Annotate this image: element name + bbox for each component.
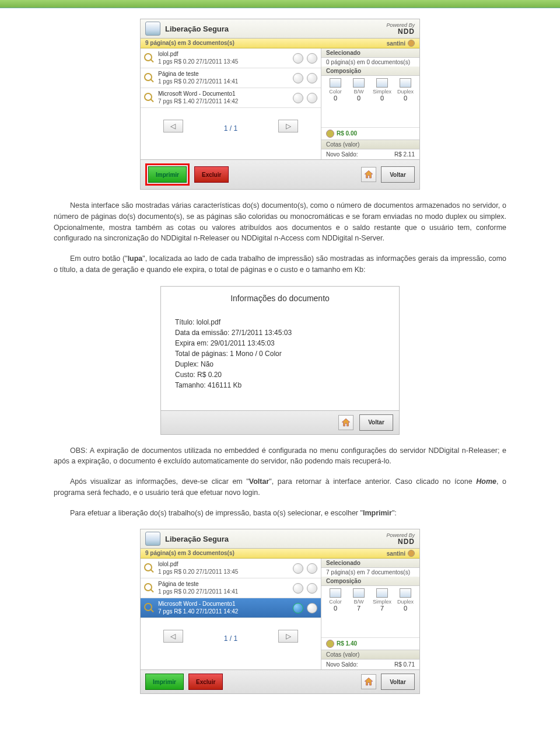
coin-icon bbox=[326, 640, 334, 648]
home-button[interactable] bbox=[361, 167, 376, 182]
saldo-row: Novo Saldo: R$ 0.71 bbox=[321, 660, 419, 669]
app-footer: Imprimir Excluir Voltar bbox=[141, 159, 419, 189]
composition-values: 0 7 7 0 bbox=[321, 605, 419, 614]
info-line: Total de páginas: 1 Mono / 0 Color bbox=[175, 348, 385, 359]
info-line: Duplex: Não bbox=[175, 359, 385, 369]
magnifier-icon[interactable] bbox=[144, 563, 155, 574]
info-line: Custo: R$ 0.20 bbox=[175, 369, 385, 380]
home-button[interactable] bbox=[338, 415, 354, 430]
magnifier-icon[interactable] bbox=[144, 583, 155, 594]
home-icon bbox=[341, 417, 351, 428]
info-line: Tamanho: 416111 Kb bbox=[175, 380, 385, 390]
select-toggle[interactable] bbox=[293, 53, 303, 64]
paragraph-4: Após visualizar as informações, deve-se … bbox=[54, 476, 506, 498]
selected-value: 0 página(s) em 0 documentos(s) bbox=[321, 58, 419, 67]
duplex-icon bbox=[400, 78, 411, 88]
select-toggle[interactable] bbox=[293, 563, 303, 574]
app-icon bbox=[145, 532, 160, 546]
magnifier-icon[interactable] bbox=[144, 53, 155, 64]
select-toggle[interactable] bbox=[307, 93, 317, 103]
brand-logo: Powered By NDD bbox=[386, 533, 415, 545]
imprimir-button[interactable]: Imprimir bbox=[148, 166, 187, 183]
doc-meta: 1 pgs R$ 0.20 27/1/2011 14:41 bbox=[158, 588, 289, 596]
select-toggle[interactable] bbox=[307, 583, 317, 594]
paragraph-1: Nesta interface são mostradas várias car… bbox=[54, 200, 506, 244]
select-toggle[interactable] bbox=[307, 563, 317, 574]
select-toggle[interactable] bbox=[307, 53, 317, 64]
select-toggle[interactable] bbox=[293, 93, 303, 103]
doc-name: Página de teste bbox=[158, 71, 289, 78]
color-icon bbox=[330, 588, 341, 598]
app-title: Liberação Segura bbox=[165, 25, 229, 33]
page-prev-button[interactable]: ◁ bbox=[163, 120, 183, 132]
document-row[interactable]: Página de teste 1 pgs R$ 0.20 27/1/2011 … bbox=[141, 68, 321, 88]
info-line: Data da emissão: 27/1/2011 13:45:03 bbox=[175, 327, 385, 338]
selected-label: Selecionado bbox=[321, 48, 419, 58]
select-toggle[interactable] bbox=[307, 603, 317, 613]
status-doc-count: 9 página(s) em 3 documentos(s) bbox=[145, 550, 235, 557]
imprimir-highlight: Imprimir bbox=[145, 163, 190, 186]
app-header: Liberação Segura Powered By NDD bbox=[141, 19, 419, 39]
voltar-button[interactable]: Voltar bbox=[359, 414, 393, 431]
dialog-body: Título: lolol.pdf Data da emissão: 27/1/… bbox=[161, 313, 399, 410]
app-title: Liberação Segura bbox=[165, 535, 229, 543]
status-bar: 9 página(s) em 3 documentos(s) santini bbox=[141, 549, 419, 559]
document-row-selected[interactable]: Microsoft Word - Documento1 7 pgs R$ 1.4… bbox=[141, 598, 321, 618]
page-accent-bar bbox=[0, 0, 560, 8]
composition-label: Composição bbox=[321, 67, 419, 76]
cotas-label: Cotas (valor) bbox=[321, 139, 419, 149]
release-app-screenshot-1: Liberação Segura Powered By NDD 9 página… bbox=[140, 19, 420, 190]
user-icon bbox=[408, 40, 415, 47]
coin-icon bbox=[326, 130, 334, 138]
voltar-button[interactable]: Voltar bbox=[381, 674, 415, 690]
paragraph-5: Para efetuar a liberação do(s) trabalho(… bbox=[54, 508, 506, 519]
home-button[interactable] bbox=[361, 674, 376, 689]
select-toggle[interactable] bbox=[307, 73, 317, 83]
page-next-button[interactable]: ▷ bbox=[278, 630, 298, 643]
dialog-footer: Voltar bbox=[161, 410, 399, 434]
document-list: lolol.pdf 1 pgs R$ 0.20 27/1/2011 13:45 … bbox=[141, 559, 321, 618]
page-prev-button[interactable]: ◁ bbox=[163, 630, 183, 643]
document-row[interactable]: lolol.pdf 1 pgs R$ 0.20 27/1/2011 13:45 bbox=[141, 48, 321, 68]
color-icon bbox=[330, 78, 341, 88]
saldo-row: Novo Saldo: R$ 2.11 bbox=[321, 149, 419, 159]
cotas-label: Cotas (valor) bbox=[321, 650, 419, 660]
selected-label: Selecionado bbox=[321, 559, 419, 568]
simplex-icon bbox=[376, 78, 388, 88]
document-row[interactable]: Microsoft Word - Documento1 7 pgs R$ 1.4… bbox=[141, 88, 321, 108]
composition-icons: Color B/W Simplex Duplex bbox=[321, 586, 419, 605]
doc-meta: 7 pgs R$ 1.40 27/1/2011 14:42 bbox=[158, 608, 289, 616]
document-row[interactable]: Página de teste 1 pgs R$ 0.20 27/1/2011 … bbox=[141, 578, 321, 598]
magnifier-icon[interactable] bbox=[144, 93, 155, 103]
excluir-button[interactable]: Excluir bbox=[194, 166, 229, 183]
paragraph-2: Em outro botão ("lupa", localizada ao la… bbox=[54, 253, 506, 275]
status-doc-count: 9 página(s) em 3 documentos(s) bbox=[145, 40, 235, 47]
excluir-button[interactable]: Excluir bbox=[188, 674, 223, 690]
page-indicator: 1 / 1 bbox=[224, 124, 237, 132]
doc-meta: 1 pgs R$ 0.20 27/1/2011 13:45 bbox=[158, 568, 289, 576]
paragraph-3: OBS: A expiração de documentos utilizada… bbox=[54, 445, 506, 468]
cash-row: R$ 0.00 bbox=[321, 128, 419, 139]
app-icon bbox=[145, 22, 160, 36]
document-list: lolol.pdf 1 pgs R$ 0.20 27/1/2011 13:45 … bbox=[141, 48, 321, 108]
pager: ◁ 1 / 1 ▷ bbox=[141, 618, 321, 646]
doc-name: lolol.pdf bbox=[158, 51, 289, 58]
select-toggle[interactable] bbox=[293, 603, 303, 613]
bw-icon bbox=[353, 78, 365, 88]
magnifier-icon[interactable] bbox=[144, 603, 155, 613]
bw-icon bbox=[353, 588, 365, 598]
user-icon bbox=[408, 550, 415, 557]
composition-values: 0 0 0 0 bbox=[321, 95, 419, 104]
page-next-button[interactable]: ▷ bbox=[278, 120, 298, 132]
voltar-button[interactable]: Voltar bbox=[381, 166, 415, 183]
status-user: santini bbox=[387, 550, 415, 557]
simplex-icon bbox=[376, 588, 388, 598]
imprimir-button[interactable]: Imprimir bbox=[145, 674, 184, 690]
document-row[interactable]: lolol.pdf 1 pgs R$ 0.20 27/1/2011 13:45 bbox=[141, 559, 321, 578]
select-toggle[interactable] bbox=[293, 583, 303, 594]
select-toggle[interactable] bbox=[293, 73, 303, 83]
doc-meta: 1 pgs R$ 0.20 27/1/2011 13:45 bbox=[158, 58, 289, 66]
doc-name: Microsoft Word - Documento1 bbox=[158, 90, 289, 98]
magnifier-icon[interactable] bbox=[144, 73, 155, 83]
doc-info-dialog: Informações do documento Título: lolol.p… bbox=[160, 286, 400, 435]
